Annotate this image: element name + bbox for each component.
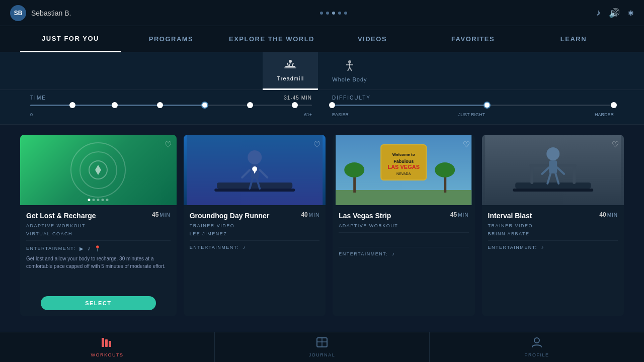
bottom-profile[interactable]: PROFILE	[430, 332, 644, 362]
card-1-favorite[interactable]: ♡	[165, 140, 172, 149]
workouts-label: WORKOUTS	[91, 352, 124, 357]
svg-rect-39	[529, 164, 549, 167]
card-4-type: TRAINER VIDEO	[488, 223, 618, 228]
card-2-type: TRAINER VIDEO	[190, 223, 319, 228]
card-2-title: Groundhog Day Runner	[190, 211, 270, 220]
card-1-description: Get lost and allow your body to recharge…	[26, 255, 171, 270]
card-1-divider	[26, 240, 171, 241]
journal-label: JOURNAL	[309, 352, 336, 357]
dot-3	[332, 12, 335, 15]
card-3-music-icon: ♪	[392, 251, 395, 256]
header-controls: ♪ 🔊 ✱	[596, 8, 634, 19]
svg-point-41	[546, 147, 559, 160]
svg-text:NEVADA: NEVADA	[396, 172, 411, 175]
card-4-duration: 40 MIN	[599, 211, 618, 218]
time-slider-dot-3[interactable]	[157, 102, 163, 108]
svg-line-10	[350, 67, 352, 71]
diff-dot-3[interactable]	[611, 102, 617, 108]
card-1-duration: 45 MIN	[152, 211, 171, 218]
svg-point-6	[348, 60, 351, 63]
profile-label: PROFILE	[524, 352, 549, 357]
diff-dot-active[interactable]	[484, 102, 491, 109]
volume-icon[interactable]: 🔊	[609, 8, 620, 19]
tab-treadmill[interactable]: Treadmill	[263, 52, 318, 90]
svg-point-15	[248, 150, 262, 164]
time-filter: TIME 31-45 MIN 0 61+	[30, 95, 312, 117]
cards-container: ♡ Get Lost & Recharge 45 MIN ADAPTIVE WO…	[0, 125, 644, 326]
svg-rect-35	[515, 183, 591, 189]
time-slider-dot-1[interactable]	[69, 102, 75, 108]
time-slider-dot-active[interactable]	[201, 102, 208, 109]
card-1-type: ADAPTIVE WORKOUT	[26, 223, 171, 228]
card-4-image: ♡	[482, 135, 624, 205]
user-info: SB Sebastian B.	[10, 5, 71, 21]
difficulty-label: DIFFICULTY	[332, 95, 371, 101]
nav-just-for-you[interactable]: JUST FOR YOU	[20, 26, 121, 52]
music-icon[interactable]: ♪	[596, 8, 601, 18]
card-3-type: ADAPTIVE WORKOUT	[339, 223, 468, 228]
difficulty-slider-track[interactable]	[332, 105, 614, 106]
card-dot-4	[102, 199, 104, 201]
tab-treadmill-label: Treadmill	[277, 75, 304, 81]
main-nav: JUST FOR YOU PROGRAMS EXPLORE THE WORLD …	[0, 26, 644, 52]
card-2-body: Groundhog Day Runner 40 MIN TRAINER VIDE…	[184, 205, 326, 316]
card-interval-blast: ♡ Interval Blast 40 MIN TRAINER VIDEO BR…	[482, 135, 624, 316]
card-3-duration: 45 MIN	[450, 211, 469, 218]
svg-rect-48	[105, 339, 108, 347]
nav-videos[interactable]: VIDEOS	[322, 26, 423, 52]
bottom-workouts[interactable]: WORKOUTS	[0, 332, 214, 362]
nav-favorites[interactable]: FAVORITES	[423, 26, 523, 52]
card-2-music-icon: ♪	[243, 245, 246, 250]
card-2-duration: 40 MIN	[301, 211, 319, 218]
difficulty-filter: DIFFICULTY EASIER JUST RIGHT HARDER	[332, 95, 614, 117]
nav-programs[interactable]: PROGRAMS	[121, 26, 221, 52]
diff-dot-1[interactable]	[329, 102, 335, 108]
tab-whole-body[interactable]: Whole Body	[318, 52, 381, 90]
card-4-favorite[interactable]: ♡	[612, 140, 619, 149]
card-1-entertainment: ENTERTAINMENT: ▶ ♪ 📍	[26, 245, 171, 252]
time-min-label: 0	[30, 112, 33, 117]
card-2-trainer: LEE JIMENEZ	[190, 231, 319, 236]
svg-line-9	[348, 67, 350, 71]
svg-point-28	[435, 162, 455, 177]
time-slider-dot-5[interactable]	[247, 102, 253, 108]
svg-line-3	[292, 63, 293, 66]
card-1-title: Get Lost & Recharge	[26, 211, 96, 220]
card-2-favorite[interactable]: ♡	[313, 140, 320, 149]
card-3-entertainment: ENTERTAINMENT: ♪	[339, 251, 468, 256]
card-dot-1	[88, 199, 91, 201]
time-slider-dot-2[interactable]	[112, 102, 118, 108]
svg-rect-40	[556, 164, 577, 167]
dot-2	[326, 12, 329, 15]
card-3-body: Las Vegas Strip 45 MIN ADAPTIVE WORKOUT …	[333, 205, 474, 316]
app-header: SB Sebastian B. ♪ 🔊 ✱	[0, 0, 644, 26]
card-3-favorite[interactable]: ♡	[463, 140, 470, 149]
card-4-body: Interval Blast 40 MIN TRAINER VIDEO BRIN…	[482, 205, 624, 316]
time-label: TIME	[30, 95, 46, 101]
card-1-trainer: VIRTUAL COACH	[26, 231, 171, 236]
svg-rect-1	[284, 67, 296, 68]
location-icon: 📍	[94, 245, 102, 252]
card-1-ent-icons: ▶ ♪ 📍	[79, 245, 102, 252]
play-icon: ▶	[79, 246, 85, 251]
time-slider-dot-6[interactable]	[292, 102, 298, 108]
time-slider-track[interactable]	[30, 105, 312, 106]
nav-explore-world[interactable]: EXPLORE THE WORLD	[221, 26, 322, 52]
journal-icon	[316, 337, 328, 351]
bluetooth-icon[interactable]: ✱	[628, 9, 634, 17]
svg-text:Welcome to: Welcome to	[392, 152, 415, 157]
select-button[interactable]: SELECT	[41, 296, 156, 310]
card-3-title: Las Vegas Strip	[339, 211, 391, 220]
card-4-trainer: BRINN ABBATE	[488, 231, 618, 236]
time-max-label: 61+	[304, 112, 312, 117]
filters-bar: TIME 31-45 MIN 0 61+ DIFFICULTY E	[0, 90, 644, 125]
svg-point-53	[534, 338, 539, 343]
bottom-journal[interactable]: JOURNAL	[215, 332, 429, 362]
nav-learn[interactable]: LEARN	[523, 26, 624, 52]
svg-point-26	[344, 162, 364, 177]
card-dot-2	[93, 199, 95, 201]
whole-body-icon	[343, 60, 357, 74]
svg-rect-47	[102, 338, 104, 347]
svg-rect-49	[109, 341, 111, 347]
header-dots	[320, 12, 347, 15]
